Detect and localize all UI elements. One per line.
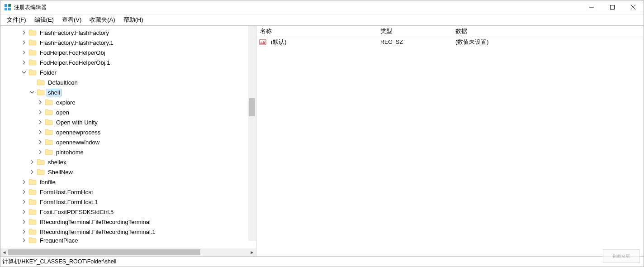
tree-item-label: opennewprocess (55, 129, 102, 136)
regedit-app-icon (4, 4, 11, 11)
tree-expander-icon[interactable] (20, 69, 28, 76)
tree-item-label: DefaultIcon (47, 79, 79, 86)
tree-item[interactable]: DefaultIcon (0, 77, 256, 87)
string-value-icon: ab (259, 38, 266, 46)
tree-expander-icon[interactable] (37, 148, 44, 156)
menu-view[interactable]: 查看(V) (58, 15, 85, 25)
tree-expander-icon[interactable] (20, 59, 28, 66)
tree-expander-icon[interactable] (37, 109, 44, 116)
tree-item[interactable]: opennewprocess (0, 127, 256, 137)
tree-item-label: fRecordingTerminal.FileRecordingTerminal… (38, 228, 157, 236)
tree-expander-icon[interactable] (20, 49, 28, 56)
hscroll-thumb[interactable] (8, 249, 200, 255)
tree-expander-icon[interactable] (20, 218, 28, 225)
tree-vertical-scrollbar[interactable] (248, 26, 256, 241)
tree-expander-icon[interactable] (20, 208, 28, 215)
tree-expander-icon[interactable] (20, 188, 28, 195)
folder-icon (45, 119, 53, 126)
tree-item[interactable]: FlashFactory.FlashFactory.1 (0, 38, 256, 48)
tree-item-label: pintohome (55, 148, 85, 156)
tree-expander-icon[interactable] (20, 228, 28, 235)
column-header-name[interactable]: 名称 (256, 28, 377, 35)
tree-expander-icon[interactable] (37, 129, 44, 136)
tree-item-label: fRecordingTerminal.FileRecordingTerminal (38, 218, 152, 226)
tree-item-label: FodHelper.FodHelperObj (38, 49, 107, 57)
tree-item-label: explore (55, 99, 77, 106)
minimize-icon (589, 5, 594, 10)
tree-expander-icon[interactable] (28, 89, 36, 96)
folder-icon (28, 39, 37, 46)
tree-expander-icon[interactable] (28, 79, 36, 86)
menu-file[interactable]: 文件(F) (3, 15, 30, 25)
tree-item-label: FlashFactory.FlashFactory (38, 29, 110, 37)
tree-scroll-area[interactable]: FlashFactory.FlashFactoryFlashFactory.Fl… (0, 26, 256, 248)
statusbar: 计算机\HKEY_CLASSES_ROOT\Folder\shell (0, 256, 644, 267)
tree-expander-icon[interactable] (20, 39, 28, 46)
value-type: REG_SZ (377, 39, 452, 45)
folder-icon (37, 79, 45, 86)
hscroll-left-button[interactable]: ◄ (0, 248, 8, 256)
folder-icon (28, 29, 37, 36)
tree-item[interactable]: pintohome (0, 147, 256, 157)
value-list-body[interactable]: ab(默认)REG_SZ(数值未设置) (256, 37, 644, 256)
menu-favorites[interactable]: 收藏夹(A) (86, 15, 118, 25)
tree-item[interactable]: fRecordingTerminal.FileRecordingTerminal (0, 217, 256, 227)
tree-item-label: FodHelper.FodHelperObj.1 (38, 59, 111, 67)
tree-expander-icon[interactable] (37, 99, 44, 106)
tree-item[interactable]: shell (0, 87, 256, 97)
column-header-data[interactable]: 数据 (452, 28, 644, 35)
svg-rect-0 (5, 4, 7, 7)
minimize-button[interactable] (581, 0, 602, 14)
tree-item[interactable]: explore (0, 97, 256, 107)
folder-icon (28, 69, 37, 76)
tree-item[interactable]: open (0, 107, 256, 117)
svg-rect-3 (8, 8, 11, 10)
svg-point-4 (9, 4, 11, 6)
value-list-header: 名称 类型 数据 (256, 26, 644, 37)
tree-pane: FlashFactory.FlashFactoryFlashFactory.Fl… (0, 26, 256, 256)
folder-icon (28, 198, 37, 205)
hscroll-right-button[interactable]: ► (248, 248, 256, 256)
tree-item[interactable]: FlashFactory.FlashFactory (0, 28, 256, 38)
tree-item[interactable]: opennewwindow (0, 137, 256, 147)
tree-item[interactable]: Open with Unity (0, 117, 256, 127)
tree-item-label: ShellNew (47, 168, 74, 176)
value-list-row[interactable]: ab(默认)REG_SZ(数值未设置) (256, 37, 644, 47)
registry-tree: FlashFactory.FlashFactoryFlashFactory.Fl… (0, 26, 256, 243)
tree-expander-icon[interactable] (37, 119, 44, 126)
tree-item[interactable]: FodHelper.FodHelperObj (0, 48, 256, 57)
column-header-type[interactable]: 类型 (377, 28, 452, 35)
tree-item[interactable]: FrequentPlace (0, 237, 256, 243)
tree-item[interactable]: ShellNew (0, 167, 256, 177)
svg-text:ab: ab (260, 40, 265, 45)
tree-item[interactable]: FormHost.FormHost.1 (0, 197, 256, 207)
tree-item[interactable]: FormHost.FormHost (0, 187, 256, 197)
value-name: (默认) (267, 38, 377, 46)
tree-expander-icon[interactable] (37, 138, 44, 146)
tree-item-label: shell (47, 89, 62, 96)
tree-horizontal-scrollbar[interactable]: ◄ ► (0, 248, 256, 256)
titlebar: 注册表编辑器 (0, 0, 644, 14)
menu-edit[interactable]: 编辑(E) (31, 15, 57, 25)
tree-expander-icon[interactable] (28, 158, 36, 166)
tree-item[interactable]: Folder (0, 67, 256, 77)
menu-help[interactable]: 帮助(H) (120, 15, 147, 25)
folder-icon (37, 158, 45, 166)
close-button[interactable] (623, 0, 644, 14)
tree-expander-icon[interactable] (20, 29, 28, 36)
tree-item[interactable]: fRecordingTerminal.FileRecordingTerminal… (0, 227, 256, 237)
tree-expander-icon[interactable] (20, 178, 28, 186)
tree-expander-icon[interactable] (20, 237, 28, 243)
hscroll-track[interactable] (8, 248, 248, 256)
tree-vertical-scrollbar-thumb[interactable] (249, 98, 255, 116)
folder-icon (28, 178, 37, 186)
value-data: (数值未设置) (452, 38, 644, 46)
tree-expander-icon[interactable] (28, 168, 36, 176)
tree-item[interactable]: FodHelper.FodHelperObj.1 (0, 57, 256, 67)
content-area: FlashFactory.FlashFactoryFlashFactory.Fl… (0, 25, 644, 256)
tree-item[interactable]: fonfile (0, 177, 256, 187)
maximize-button[interactable] (602, 0, 623, 14)
tree-item[interactable]: shellex (0, 157, 256, 167)
tree-expander-icon[interactable] (20, 198, 28, 205)
tree-item[interactable]: Foxit.FoxitPDFSDKStdCtrl.5 (0, 207, 256, 217)
